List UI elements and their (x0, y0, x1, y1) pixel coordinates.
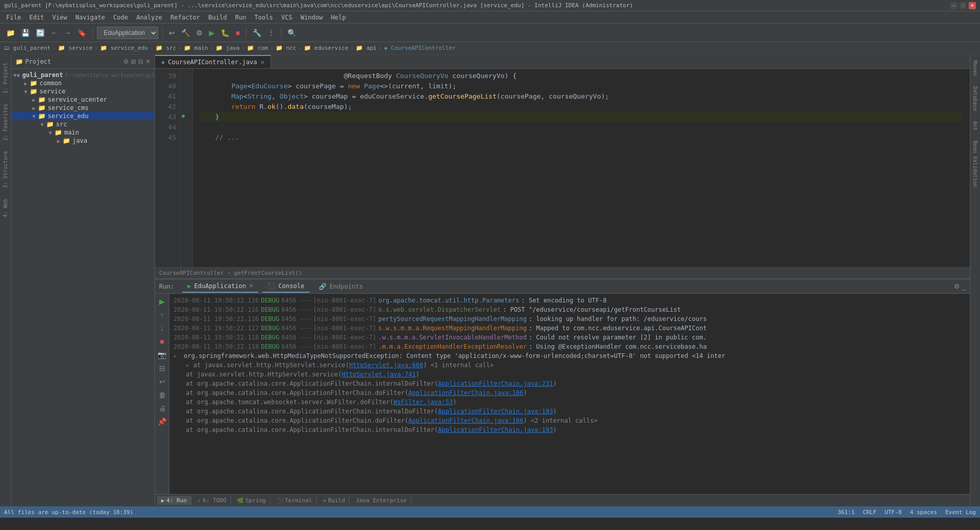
toolbar-more-btn[interactable]: ⋮ (265, 28, 277, 38)
status-position[interactable]: 361:1 (838, 509, 855, 516)
menu-window[interactable]: Window (296, 13, 326, 22)
tab-close-btn[interactable]: ✕ (260, 60, 264, 65)
run-tab-terminal[interactable]: ⬛ Terminal (273, 496, 317, 505)
toolbar-bookmark-btn[interactable]: 🔖 (75, 28, 88, 38)
tree-common[interactable]: ▶ 📁 common (11, 79, 155, 87)
run-tab-java-enterprise[interactable]: Java Enterprise (352, 496, 411, 505)
menu-code[interactable]: Code (109, 13, 132, 22)
console-tab[interactable]: ⬛ Console (262, 280, 310, 293)
toolbar-back-btn[interactable]: ← (49, 28, 60, 38)
run-app-tab[interactable]: ▶ EduApplication ✕ (182, 280, 258, 293)
code-content[interactable]: @RequestBody CourseQueryVo courseQueryVo… (193, 69, 970, 267)
panel-settings-btn[interactable]: ⚙ (123, 58, 129, 65)
toolbar-open-btn[interactable]: 📁 (4, 28, 17, 38)
menu-build[interactable]: Build (204, 13, 231, 22)
menu-analyze[interactable]: Analyze (132, 13, 166, 22)
breadcrumb-src[interactable]: 📁 src (156, 45, 177, 51)
breadcrumb-eduservice[interactable]: 📁 eduservice (304, 45, 349, 51)
screenshot-btn[interactable]: 📷 (157, 349, 168, 361)
run-tab-close[interactable]: ✕ (249, 283, 253, 289)
left-vtab-structure[interactable]: 3: Structure (2, 147, 9, 192)
close-button[interactable]: ✕ (969, 2, 976, 9)
tree-service[interactable]: ▼ 📁 service (11, 87, 155, 96)
wrap-btn[interactable]: ↩ (157, 376, 168, 387)
filter-btn[interactable]: ⊟ (157, 363, 168, 374)
menu-run[interactable]: Run (231, 13, 251, 22)
right-tab-database[interactable]: Database (971, 82, 979, 115)
left-vtab-favorites[interactable]: 2: Favorites (2, 100, 9, 145)
toolbar-settings-btn[interactable]: 🔧 (251, 28, 263, 38)
maximize-button[interactable]: □ (959, 2, 967, 9)
right-tab-bean[interactable]: Bean Validation (971, 137, 979, 191)
console-output[interactable]: 2020-08-11 19:50:22.116 DEBUG 6456 --- [… (169, 294, 970, 494)
pin-btn[interactable]: 📌 (157, 416, 168, 427)
breadcrumb-java[interactable]: 📁 java (216, 45, 240, 51)
stack-link-6[interactable]: ApplicationFilterChain.java:193 (438, 408, 553, 415)
stack-link-3[interactable]: ApplicationFilterChain.java:231 (438, 380, 553, 387)
breadcrumb-guli-parent[interactable]: 🗂 guli_parent (4, 45, 50, 51)
stack-link-8[interactable]: ApplicationFilterChain.java:193 (438, 426, 553, 433)
status-indent[interactable]: 4 spaces (910, 509, 937, 516)
stack-link-2[interactable]: HttpServlet.java:741 (341, 371, 416, 378)
menu-file[interactable]: File (2, 13, 25, 22)
toolbar-rerun-btn[interactable]: ↩ (167, 28, 177, 38)
toolbar-forward-btn[interactable]: → (62, 28, 73, 38)
minimize-button[interactable]: ─ (950, 2, 957, 9)
menu-navigate[interactable]: Navigate (71, 13, 109, 22)
panel-collapse-btn[interactable]: ⊟ (138, 58, 143, 65)
tree-main[interactable]: ▼ 📁 main (11, 128, 155, 137)
breadcrumb-service[interactable]: 📁 service (58, 45, 92, 51)
code-editor[interactable]: 39 40 41 42 43 44 45 ● (155, 69, 970, 267)
tree-java[interactable]: ▶ 📁 java (11, 137, 155, 145)
toolbar-build2-btn[interactable]: ⚙ (194, 28, 205, 38)
status-line-ending[interactable]: CRLF (863, 509, 877, 516)
left-vtab-web[interactable]: 4: Web (2, 195, 9, 221)
status-encoding[interactable]: UTF-8 (885, 509, 901, 516)
right-tab-maven[interactable]: Maven (971, 56, 979, 80)
stack-link-1[interactable]: HttpServlet.java:660 (349, 362, 424, 369)
clear-btn[interactable]: 🗑 (157, 389, 168, 401)
tree-service-edu[interactable]: ▼ 📁 service_edu (11, 112, 155, 120)
stack-link-7[interactable]: ApplicationFilterChain.java:166 (408, 417, 523, 424)
menu-edit[interactable]: Edit (25, 13, 48, 22)
toolbar-save-btn[interactable]: 💾 (19, 28, 32, 38)
stop-btn[interactable]: ■ (157, 336, 168, 347)
scroll-up-btn[interactable]: ↑ (157, 309, 168, 320)
panel-expand-btn[interactable]: ⊞ (131, 58, 136, 65)
tree-serevice-ucenter[interactable]: ▶ 📁 serevice_ucenter (11, 96, 155, 104)
run-tab-todo[interactable]: ✓ 6: TODO (194, 496, 231, 505)
print-btn[interactable]: 🖨 (157, 403, 168, 414)
menu-tools[interactable]: Tools (251, 13, 277, 22)
panel-minimize-btn[interactable]: _ (962, 282, 966, 290)
editor-tab-controller[interactable]: ◈ CourseAPIController.java ✕ (155, 55, 271, 68)
tree-src[interactable]: ▼ 📁 src (11, 120, 155, 128)
tree-service-cms[interactable]: ▶ 📁 service_cms (11, 104, 155, 112)
left-vtab-project[interactable]: 1: Project (2, 59, 9, 98)
panel-close-btn[interactable]: ✕ (145, 58, 150, 65)
right-tab-ant[interactable]: Ant (971, 117, 979, 135)
stack-link-4[interactable]: ApplicationFilterChain.java:166 (408, 389, 523, 396)
toolbar-debug-btn[interactable]: 🐛 (219, 28, 232, 38)
breadcrumb-controller[interactable]: ◈ CourseAPIController (384, 45, 455, 51)
run-config-dropdown[interactable]: EduApplication (97, 27, 158, 39)
breadcrumb-service-edu[interactable]: 📁 service_edu (100, 45, 148, 51)
toolbar-stop-btn[interactable]: ■ (234, 28, 242, 38)
toolbar-refresh-btn[interactable]: 🔄 (34, 28, 47, 38)
toolbar-build-btn[interactable]: 🔨 (179, 28, 192, 38)
status-event-log[interactable]: Event Log (945, 509, 976, 516)
endpoints-tab[interactable]: 🔗 Endpoints (314, 280, 368, 293)
menu-help[interactable]: Help (327, 13, 350, 22)
toolbar-run-btn[interactable]: ▶ (207, 28, 217, 38)
scroll-down-btn[interactable]: ↓ (157, 323, 168, 334)
rerun-btn[interactable]: ▶ (157, 296, 168, 307)
breadcrumb-main[interactable]: 📁 main (184, 45, 208, 51)
run-tab-spring[interactable]: 🌿 Spring (233, 496, 271, 505)
breadcrumb-ncc[interactable]: 📁 ncc (276, 45, 297, 51)
panel-settings-btn[interactable]: ⚙ (954, 282, 960, 290)
stack-link-5[interactable]: WsFilter.java:53 (394, 399, 453, 406)
fold-icon[interactable]: ▸ (174, 351, 182, 361)
run-tab-build[interactable]: ⚒ Build (319, 496, 350, 505)
breadcrumb-api[interactable]: 📁 api (356, 45, 377, 51)
fold-icon-1[interactable]: ▸ (186, 362, 189, 369)
toolbar-search-btn[interactable]: 🔍 (285, 28, 298, 38)
